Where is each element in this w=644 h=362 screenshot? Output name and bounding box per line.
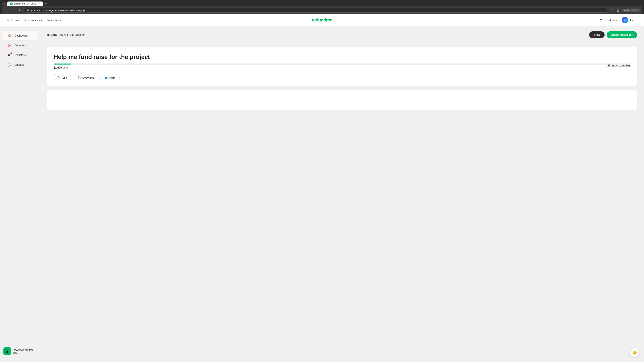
team-button[interactable]: 👥 Team [100, 74, 120, 81]
top-nav: 🔍 Search For individuals ▾ For charities… [0, 14, 644, 26]
view-button[interactable]: View [589, 31, 604, 38]
lock-icon: 🔒 [27, 9, 29, 11]
goal-amount: $1,500 [54, 66, 62, 69]
search-label: Search [11, 18, 19, 21]
greeting-name: Hi, Jane [47, 33, 57, 36]
active-tab[interactable]: G Dashboard - GoFundMe × [8, 1, 43, 6]
nav-right: Your fundraisers J Jane ▾ [600, 17, 637, 23]
greeting-subtitle: We're in this together [60, 33, 85, 36]
transfers-notification-dot [10, 52, 12, 54]
goal-label: goal [62, 66, 68, 69]
address-bar[interactable]: 🔒 gofundme.com/manage/help-me-fund-raise… [24, 8, 608, 12]
sidebar-toggle-button[interactable]: ▤ [616, 7, 621, 13]
sidebar-item-donations[interactable]: 🎯 Donations [2, 41, 38, 50]
incognito-badge: 🕵 Incognito (2) [622, 8, 640, 12]
browser-toolbar: ← → ↻ 🔒 gofundme.com/manage/help-me-fund… [2, 6, 642, 14]
sidebar-item-transfers[interactable]: 🏛 Transfers [2, 50, 38, 60]
back-button[interactable]: ← [4, 7, 10, 13]
user-menu-chevron-icon: ▾ [636, 19, 637, 21]
share-fundraiser-button[interactable]: Share fundraiser [606, 31, 637, 38]
team-label: Team [109, 76, 116, 79]
team-icon: 👥 [104, 76, 108, 79]
dashboard-icon: 🏠 [7, 33, 12, 38]
chat-button[interactable]: 😊 [630, 348, 639, 357]
copy-link-label: Copy link [82, 76, 94, 79]
set-up-transfers-label: Set up transfers [612, 64, 630, 67]
edit-button[interactable]: ✏️ Edit [54, 74, 71, 81]
donations-icon: 🎯 [7, 43, 12, 48]
sidebar-transfers-label: Transfers [14, 54, 26, 57]
logo-text: gofundme [312, 17, 332, 22]
action-buttons: ✏️ Edit 📋 Copy link 👥 Team [54, 74, 630, 81]
for-individuals-label: For individuals [24, 18, 40, 21]
chevron-down-icon: ▾ [41, 18, 42, 22]
greeting-separator: · [58, 33, 60, 36]
edit-icon: ✏️ [58, 76, 61, 79]
browser-chrome: › G Dashboard - GoFundMe × + ← → ↻ 🔒 gof… [0, 0, 644, 14]
bottom-section [47, 90, 637, 110]
main-layout: 🏠 Dashboard 🎯 Donations 🏛 Transfers 💬 Up… [0, 26, 644, 362]
nav-search[interactable]: 🔍 Search [7, 18, 19, 22]
progress-bar-fill [54, 63, 71, 64]
header-buttons: View Share fundraiser [589, 31, 637, 38]
chat-icon: 😊 [632, 351, 637, 355]
greeting-text: Hi, Jane · We're in this together [47, 33, 85, 36]
copy-icon: 📋 [78, 76, 81, 79]
website: 🔍 Search For individuals ▾ For charities… [0, 14, 644, 362]
main-content: Hi, Jane · We're in this together View S… [40, 26, 644, 362]
separator [47, 43, 637, 43]
download-app-label: Download our free app [13, 349, 37, 354]
progress-bar-container [54, 63, 630, 64]
toolbar-actions: ☆ ▤ 🕵 Incognito (2) [609, 7, 640, 13]
search-icon: 🔍 [7, 18, 10, 22]
progress-section: $1,500 goal 🏛 Set up transfers [54, 63, 630, 69]
sidebar: 🏠 Dashboard 🎯 Donations 🏛 Transfers 💬 Up… [0, 26, 40, 362]
app-icon: 📱 [3, 347, 11, 355]
new-tab-button[interactable]: + [44, 1, 48, 6]
edit-label: Edit [62, 76, 67, 79]
avatar-initials: J [624, 19, 626, 21]
tab-title: Dashboard - GoFundMe [14, 2, 38, 5]
tab-close-button[interactable]: × [39, 2, 40, 5]
nav-left: 🔍 Search For individuals ▾ For charities [7, 18, 61, 22]
bank-icon: 🏛 [608, 64, 610, 67]
set-up-transfers-link[interactable]: 🏛 Set up transfers [608, 64, 630, 67]
tab-prev-button[interactable]: › [2, 1, 7, 6]
sidebar-item-updates[interactable]: 💬 Updates [2, 60, 38, 69]
updates-icon: 💬 [7, 62, 12, 67]
bookmark-button[interactable]: ☆ [609, 7, 614, 13]
user-menu[interactable]: J Jane ▾ [622, 17, 637, 23]
browser-tabs: › G Dashboard - GoFundMe × + [2, 1, 642, 6]
goal-text: $1,500 goal [54, 66, 68, 69]
incognito-label: Incognito (2) [627, 9, 638, 11]
copy-link-button[interactable]: 📋 Copy link [74, 74, 98, 81]
avatar: J [622, 17, 628, 23]
download-app[interactable]: 📱 Download our free app [3, 347, 37, 355]
fundraiser-card: Help me fund raise for the project $1,50… [47, 47, 637, 86]
nav-logo[interactable]: gofundme [312, 17, 332, 23]
sidebar-updates-label: Updates [14, 63, 24, 66]
nav-for-charities[interactable]: For charities [47, 18, 61, 21]
dashboard-header: Hi, Jane · We're in this together View S… [47, 31, 637, 38]
tab-favicon: G [10, 2, 13, 5]
transfers-icon: 🏛 [7, 52, 12, 58]
user-name: Jane [630, 18, 635, 21]
sidebar-dashboard-label: Dashboard [14, 34, 28, 37]
sidebar-donations-label: Donations [14, 44, 26, 47]
for-charities-label: For charities [47, 18, 61, 21]
fundraiser-title: Help me fund raise for the project [54, 53, 630, 60]
url-text: gofundme.com/manage/help-me-fund-raise-f… [30, 9, 87, 11]
sidebar-item-dashboard[interactable]: 🏠 Dashboard [2, 31, 38, 40]
forward-button[interactable]: → [11, 7, 16, 13]
incognito-icon: 🕵 [624, 9, 626, 11]
nav-for-individuals[interactable]: For individuals ▾ [24, 18, 42, 22]
refresh-button[interactable]: ↻ [18, 7, 23, 13]
your-fundraisers-link[interactable]: Your fundraisers [600, 18, 618, 21]
